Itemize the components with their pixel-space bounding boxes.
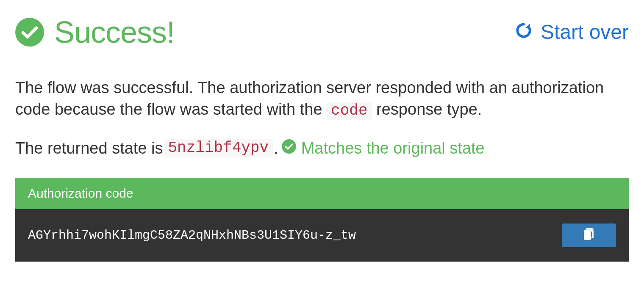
header-row: Success! Start over [15, 17, 629, 47]
success-title: Success! [15, 17, 175, 47]
description-suffix: response type. [376, 100, 482, 118]
state-match-text: Matches the original state [301, 139, 485, 157]
code-token: code [327, 102, 372, 120]
page-title: Success! [54, 17, 175, 47]
page-container: Success! Start over The flow was success… [0, 0, 644, 262]
auth-code-value: AGYrhhi7wohKIlmgC58ZA2qNHxhNBs3U1SIY6u-z… [28, 228, 356, 243]
state-prefix: The returned state is [15, 139, 163, 157]
auth-code-header: Authorization code [15, 178, 629, 209]
copy-button[interactable] [562, 224, 616, 247]
auth-code-panel: Authorization code AGYrhhi7wohKIlmgC58ZA… [15, 178, 629, 262]
check-circle-icon [15, 18, 44, 47]
state-value: 5nzlibf4ypv [164, 139, 273, 157]
state-line: The returned state is 5nzlibf4ypv . Matc… [15, 139, 629, 157]
state-match-label: Matches the original state [282, 139, 485, 157]
copy-icon [583, 228, 594, 242]
auth-code-body: AGYrhhi7wohKIlmgC58ZA2qNHxhNBs3U1SIY6u-z… [15, 209, 629, 262]
start-over-link[interactable]: Start over [514, 21, 629, 43]
svg-rect-5 [584, 231, 591, 240]
description-prefix: The flow was successful. The authorizati… [15, 79, 604, 118]
description-paragraph: The flow was successful. The authorizati… [15, 77, 629, 121]
svg-point-1 [282, 139, 296, 154]
svg-point-0 [15, 18, 44, 47]
start-over-label: Start over [541, 22, 629, 42]
refresh-icon [514, 21, 533, 43]
check-circle-icon [282, 139, 296, 157]
state-period: . [274, 139, 278, 157]
